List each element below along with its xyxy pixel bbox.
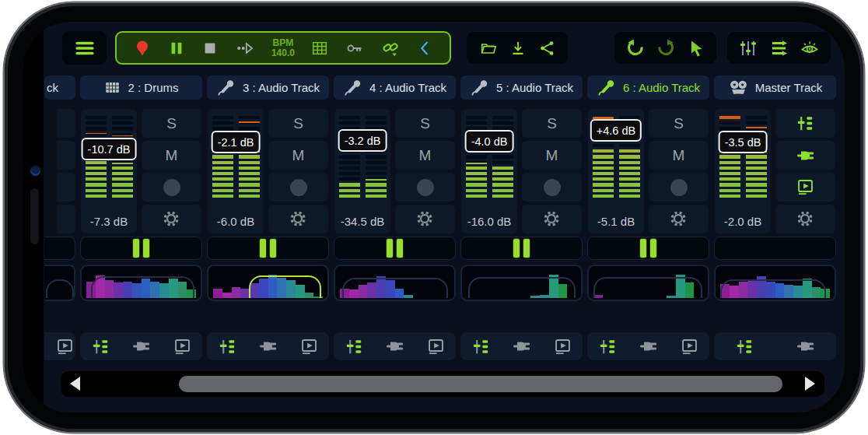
pan-handle[interactable] xyxy=(639,238,658,258)
track-header-3[interactable]: 3 : Audio Track xyxy=(207,75,329,100)
channel-button-sliver[interactable] xyxy=(57,109,75,138)
mute-button[interactable]: M xyxy=(522,141,582,170)
mixer-button[interactable] xyxy=(736,338,754,356)
mixer-button[interactable] xyxy=(472,338,490,356)
plugins-button[interactable] xyxy=(386,337,404,356)
pan-control[interactable] xyxy=(587,237,709,260)
select-cursor-icon[interactable] xyxy=(687,39,705,58)
menu-button[interactable] xyxy=(62,31,107,65)
track-header-master[interactable]: Master Track xyxy=(714,75,836,100)
record-arm-button[interactable] xyxy=(395,173,455,202)
volume-fader[interactable]: -2.1 dB-6.0 dB xyxy=(208,109,264,233)
mixer-button[interactable] xyxy=(599,338,617,356)
pan-handle[interactable] xyxy=(513,238,531,258)
fader-value-label[interactable]: +4.6 dB xyxy=(590,119,642,142)
settings-button[interactable] xyxy=(649,205,709,233)
pan-control[interactable] xyxy=(80,237,202,260)
plugins-button[interactable] xyxy=(513,337,531,356)
volume-fader[interactable]: -3.2 dB-34.5 dB xyxy=(334,109,390,233)
share-icon[interactable] xyxy=(539,40,556,57)
grid-icon[interactable] xyxy=(311,40,328,57)
mixer-button[interactable] xyxy=(775,109,835,138)
routing-arrows-icon[interactable] xyxy=(769,39,789,58)
volume-fader[interactable]: -4.0 dB-16.0 dB xyxy=(461,109,517,233)
follow-playhead-icon[interactable] xyxy=(235,40,255,57)
spectrum-display[interactable] xyxy=(587,265,709,301)
output-return-button[interactable] xyxy=(554,338,572,356)
plugins-button[interactable] xyxy=(639,337,658,356)
channel-button-sliver[interactable] xyxy=(57,173,75,202)
track-header-1[interactable]: ck xyxy=(44,75,75,100)
export-download-icon[interactable] xyxy=(509,40,527,57)
record-arm-button[interactable] xyxy=(649,173,709,202)
pan-control[interactable] xyxy=(207,237,329,260)
output-return-button[interactable] xyxy=(775,173,835,202)
track-header-2[interactable]: 2 : Drums xyxy=(80,75,202,100)
bpm-display[interactable]: BPM 140.0 xyxy=(271,38,295,58)
fader-value-label[interactable]: -3.5 dB xyxy=(719,131,768,153)
record-arm-button[interactable] xyxy=(268,173,328,202)
track-header-4[interactable]: 4 : Audio Track xyxy=(334,75,456,100)
plugins-button[interactable] xyxy=(775,141,835,170)
plugins-button[interactable] xyxy=(796,337,815,356)
settings-button[interactable] xyxy=(522,205,582,233)
mixer-button[interactable] xyxy=(219,338,236,356)
mixer-button[interactable] xyxy=(92,338,110,356)
solo-button[interactable]: S xyxy=(649,109,709,138)
channel-button-sliver[interactable] xyxy=(57,141,75,170)
spectrum-display[interactable] xyxy=(714,265,836,301)
spectrum-display[interactable] xyxy=(44,265,75,301)
collapse-chevron-icon[interactable] xyxy=(416,40,433,57)
stop-button[interactable] xyxy=(201,40,219,57)
mute-button[interactable]: M xyxy=(649,141,709,170)
undo-icon[interactable] xyxy=(625,38,645,58)
settings-button[interactable] xyxy=(268,205,328,233)
mute-button[interactable]: M xyxy=(268,141,328,170)
fader-value-label[interactable]: -3.2 dB xyxy=(338,129,387,152)
spectrum-display[interactable] xyxy=(207,265,329,301)
pan-control[interactable] xyxy=(334,237,456,260)
settings-button[interactable] xyxy=(395,205,455,233)
plugins-button[interactable] xyxy=(132,337,151,356)
pan-control[interactable] xyxy=(460,237,583,260)
track-header-6[interactable]: 6 : Audio Track xyxy=(587,75,709,100)
pan-control[interactable] xyxy=(44,237,75,260)
fader-value-label[interactable]: -2.1 dB xyxy=(212,131,261,153)
scrollbar-thumb[interactable] xyxy=(179,376,782,392)
volume-fader[interactable]: +4.6 dB-5.1 dB xyxy=(588,109,644,233)
pan-control[interactable] xyxy=(714,237,836,260)
settings-button[interactable] xyxy=(775,205,835,233)
spectrum-display[interactable] xyxy=(80,265,202,301)
track-header-5[interactable]: 5 : Audio Track xyxy=(460,75,583,100)
output-return-button[interactable] xyxy=(173,338,191,356)
output-return-button[interactable] xyxy=(427,338,445,356)
volume-fader[interactable]: -3.5 dB-2.0 dB xyxy=(715,109,771,233)
channel-button-sliver[interactable] xyxy=(57,205,75,233)
solo-button[interactable]: S xyxy=(522,109,582,138)
volume-fader[interactable]: -10.7 dB-7.3 dB xyxy=(81,109,137,233)
mixer-button[interactable] xyxy=(345,338,363,356)
pan-handle[interactable] xyxy=(386,238,404,258)
record-arm-button[interactable] xyxy=(142,173,201,202)
solo-button[interactable]: S xyxy=(268,109,328,138)
mute-button[interactable]: M xyxy=(395,141,455,170)
settings-button[interactable] xyxy=(142,205,201,233)
pan-handle[interactable] xyxy=(259,238,278,258)
solo-button[interactable]: S xyxy=(142,109,201,138)
channel-faders-icon[interactable] xyxy=(738,39,758,58)
output-return-button[interactable] xyxy=(300,338,318,356)
record-arm-button[interactable] xyxy=(522,173,582,202)
fader-value-label[interactable]: -10.7 dB xyxy=(82,138,137,160)
pause-button[interactable] xyxy=(168,40,185,57)
spectrum-display[interactable] xyxy=(334,265,456,301)
fader-value-label[interactable]: -4.0 dB xyxy=(465,130,514,153)
output-return-button[interactable] xyxy=(56,338,74,356)
visibility-eye-icon[interactable] xyxy=(800,39,820,58)
plugins-button[interactable] xyxy=(259,337,278,356)
mute-button[interactable]: M xyxy=(142,141,201,170)
link-chain-icon[interactable] xyxy=(381,39,400,58)
solo-button[interactable]: S xyxy=(395,109,455,138)
scroll-right-arrow-icon[interactable] xyxy=(805,377,815,391)
horizontal-scrollbar[interactable] xyxy=(61,371,824,397)
redo-icon[interactable] xyxy=(656,38,676,58)
